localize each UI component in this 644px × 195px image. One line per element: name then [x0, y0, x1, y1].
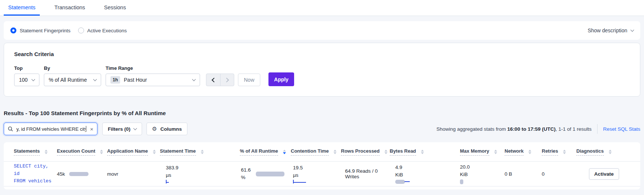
search-criteria-panel: Search Criteria Top 100 By % of All Runt… — [4, 43, 640, 97]
col-header-execution-count[interactable]: Execution Count — [57, 148, 107, 156]
contention-time-bar — [293, 180, 341, 183]
radio-label: Active Executions — [87, 28, 127, 33]
search-input-value: y, id FROM vehicles WHERE city = $1 — [16, 126, 86, 132]
now-button[interactable]: Now — [238, 74, 260, 86]
radio-selected-icon — [10, 27, 16, 33]
execution-count-bar — [69, 172, 88, 176]
activate-diagnostics-button[interactable]: Activate — [589, 168, 619, 180]
time-range-select[interactable]: 1h Past Hour — [106, 74, 200, 86]
cell-statement: SELECT city, id FROM vehicles — [14, 163, 57, 185]
col-header-contention-time[interactable]: Contention Time — [291, 148, 341, 156]
time-range-value: Past Hour — [124, 77, 147, 83]
apply-button[interactable]: Apply — [268, 72, 294, 86]
sort-icon[interactable] — [421, 150, 424, 154]
cell-application-name: movr — [107, 171, 160, 177]
show-description-toggle[interactable]: Show description — [587, 27, 634, 33]
vertical-divider — [597, 124, 598, 134]
cell-rows-processed: 64.9 Reads / 0 Writes — [341, 168, 390, 179]
cell-runtime-pct: 61.6 % — [240, 166, 291, 181]
chevron-down-icon — [133, 126, 137, 130]
stats-time-range: 16:00 to 17:59 (UTC) — [507, 126, 556, 132]
time-range-badge: 1h — [110, 76, 120, 84]
sort-icon[interactable] — [609, 150, 612, 154]
columns-button[interactable]: ⚙ Columns — [146, 123, 187, 135]
bytes-read-bar — [395, 180, 460, 184]
view-toggle-panel: Statement Fingerprints Active Executions… — [4, 21, 640, 40]
radio-active-executions[interactable]: Active Executions — [78, 27, 127, 33]
sort-icon[interactable] — [153, 150, 156, 154]
col-header-application-name[interactable]: Application Name — [107, 148, 160, 156]
sort-icon[interactable] — [563, 150, 566, 154]
search-icon — [8, 126, 13, 131]
search-criteria-title: Search Criteria — [14, 51, 630, 57]
col-header-max-memory[interactable]: Max Memory — [460, 148, 505, 156]
cell-bytes-read: 4.9 KiB — [390, 164, 460, 183]
top-select-value: 100 — [19, 77, 28, 83]
cell-max-memory: 20.0 KiB — [460, 163, 505, 184]
next-time-button[interactable] — [220, 74, 234, 86]
radio-statement-fingerprints[interactable]: Statement Fingerprints — [10, 27, 71, 33]
by-select-value: % of All Runtime — [49, 77, 87, 83]
sort-icon[interactable] — [201, 150, 204, 154]
show-description-label: Show description — [587, 27, 627, 33]
col-header-retries[interactable]: Retries — [542, 148, 576, 156]
table-row: SELECT city, id FROM vehicles 45k movr 3… — [4, 162, 640, 186]
chevron-down-icon — [192, 77, 196, 81]
results-toolbar: y, id FROM vehicles WHERE city = $1 × Fi… — [4, 123, 640, 135]
text-cursor — [86, 126, 87, 132]
max-memory-bar — [460, 179, 463, 184]
sort-icon[interactable] — [384, 150, 387, 154]
statement-link[interactable]: SELECT city, id FROM vehicles — [14, 163, 57, 185]
table-header-row: Statements Execution Count Application N… — [4, 142, 640, 162]
runtime-pct-bar — [256, 172, 284, 176]
sort-icon[interactable] — [100, 150, 103, 154]
sort-icon[interactable] — [334, 150, 337, 154]
filters-button[interactable]: Filters (0) — [102, 123, 142, 135]
radio-label: Statement Fingerprints — [20, 28, 71, 33]
chevron-down-icon — [631, 28, 634, 32]
top-label: Top — [14, 65, 39, 71]
top-select[interactable]: 100 — [14, 74, 39, 86]
time-range-label: Time Range — [106, 65, 200, 71]
columns-label: Columns — [160, 126, 182, 132]
radio-unselected-icon — [78, 27, 84, 33]
chevron-down-icon — [32, 77, 35, 81]
chevron-left-icon — [212, 78, 216, 82]
gear-icon: ⚙ — [152, 126, 157, 132]
results-heading: Results - Top 100 Statement Fingerprints… — [4, 110, 640, 116]
by-label: By — [44, 65, 101, 71]
col-header-bytes-read[interactable]: Bytes Read — [390, 148, 460, 156]
statement-time-bar — [166, 180, 240, 183]
reset-sql-stats-link[interactable]: Reset SQL Stats — [603, 126, 640, 132]
col-header-diagnostics[interactable]: Diagnostics — [576, 148, 640, 156]
sort-icon-active[interactable] — [283, 150, 286, 154]
cell-retries: 0 — [542, 171, 576, 177]
sort-icon[interactable] — [45, 150, 48, 154]
clear-search-icon[interactable]: × — [90, 126, 93, 132]
aggregated-stats-text: Showing aggregated stats from 16:00 to 1… — [437, 126, 592, 132]
col-header-network[interactable]: Network — [505, 148, 542, 156]
col-header-statements[interactable]: Statements — [14, 148, 57, 156]
col-header-rows-processed[interactable]: Rows Processed — [341, 148, 390, 156]
col-header-statement-time[interactable]: Statement Time — [160, 148, 240, 156]
tab-sessions[interactable]: Sessions — [100, 0, 131, 16]
tab-transactions[interactable]: Transactions — [50, 0, 89, 16]
cell-network: 0 B — [505, 171, 542, 177]
chevron-right-icon — [224, 78, 229, 82]
statements-table: Statements Execution Count Application N… — [4, 142, 640, 189]
previous-time-button[interactable] — [206, 74, 220, 86]
filters-label: Filters (0) — [108, 126, 131, 132]
cell-diagnostics: Activate — [576, 168, 640, 180]
by-select[interactable]: % of All Runtime — [44, 74, 101, 86]
cell-statement-time: 383.9 µs — [160, 164, 240, 183]
tab-statements[interactable]: Statements — [4, 0, 40, 16]
sort-icon[interactable] — [528, 150, 531, 154]
cell-contention-time: 19.5 µs — [291, 164, 341, 183]
col-header-runtime-pct[interactable]: % of All Runtime — [240, 148, 291, 156]
time-pager-group — [206, 74, 234, 86]
cell-execution-count: 45k — [57, 171, 107, 177]
sort-icon[interactable] — [494, 150, 497, 154]
chevron-down-icon — [93, 77, 97, 81]
top-tab-bar: Statements Transactions Sessions — [0, 0, 644, 16]
statement-search-input[interactable]: y, id FROM vehicles WHERE city = $1 × — [4, 123, 97, 135]
